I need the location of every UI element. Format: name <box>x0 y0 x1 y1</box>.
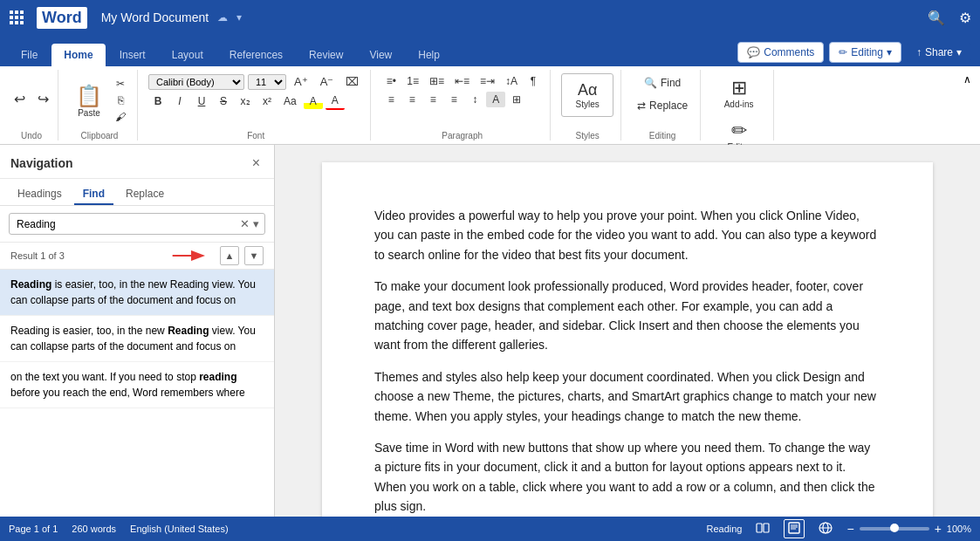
multilevel-button[interactable]: ⊞≡ <box>425 73 449 89</box>
addins-button[interactable]: ⊞ Add-ins <box>717 73 761 113</box>
search-box-wrap: ✕ ▾ <box>9 213 265 235</box>
svg-rect-11 <box>764 524 769 532</box>
font-color-button[interactable]: A <box>326 92 345 110</box>
search-icon[interactable]: 🔍 <box>928 10 945 26</box>
paste-button[interactable]: 📋 Paste <box>69 80 109 121</box>
align-right-button[interactable]: ≡ <box>423 92 442 107</box>
search-dropdown-button[interactable]: ▾ <box>251 216 261 232</box>
prev-result-button[interactable]: ▲ <box>220 246 239 265</box>
superscript-button[interactable]: x² <box>257 93 277 109</box>
tab-help[interactable]: Help <box>406 44 452 66</box>
app-grid-icon[interactable] <box>9 10 24 25</box>
tab-references[interactable]: References <box>217 44 295 66</box>
tab-insert[interactable]: Insert <box>107 44 158 66</box>
subscript-button[interactable]: x₂ <box>236 93 255 109</box>
result-item[interactable]: Reading is easier, too, in the new Readi… <box>0 270 274 316</box>
styles-button[interactable]: Aα Styles <box>561 73 613 117</box>
paragraph-2: To make your document look professionall… <box>374 277 881 355</box>
sort-button[interactable]: ↕A <box>501 73 522 89</box>
find-label: Find <box>661 77 681 89</box>
editing-button[interactable]: ✏ Editing ▾ <box>829 42 901 63</box>
borders-button[interactable]: ⊞ <box>507 92 526 107</box>
copy-button[interactable]: ⎘ <box>111 92 130 108</box>
line-spacing-button[interactable]: ↕ <box>465 92 484 107</box>
font-family-select[interactable]: Calibri (Body) <box>148 74 244 90</box>
svg-rect-4 <box>15 16 18 19</box>
decrease-indent-button[interactable]: ⇤≡ <box>450 73 474 89</box>
shading-button[interactable]: A <box>486 92 505 107</box>
undo-icon: ↩ <box>14 91 25 107</box>
page-info[interactable]: Page 1 of 1 <box>9 524 58 534</box>
bullets-button[interactable]: ≡• <box>381 73 401 89</box>
view-web-button[interactable] <box>815 520 836 538</box>
font-size-select[interactable]: 11 12 14 <box>248 74 286 90</box>
find-button[interactable]: 🔍 Find <box>639 73 686 92</box>
highlight-button[interactable]: A <box>304 93 323 109</box>
settings-icon[interactable]: ⚙ <box>959 10 971 26</box>
format-painter-button[interactable]: 🖌 <box>111 109 130 125</box>
increase-indent-button[interactable]: ≡⇥ <box>476 73 499 89</box>
search-clear-button[interactable]: ✕ <box>238 216 251 232</box>
justify-button[interactable]: ≡ <box>444 92 463 107</box>
paragraph-4: Save time in Word with new buttons that … <box>374 438 881 517</box>
zoom-area: − + 100% <box>846 522 971 536</box>
redo-button[interactable]: ↪ <box>32 88 54 110</box>
results-list: Reading is easier, too, in the new Readi… <box>0 270 274 517</box>
result-bar: Result 1 of 3 ▲ ▼ <box>0 243 274 270</box>
numbering-button[interactable]: 1≡ <box>402 73 423 89</box>
svg-rect-1 <box>15 10 18 14</box>
view-read-button[interactable] <box>752 520 773 538</box>
zoom-slider[interactable] <box>860 527 929 531</box>
font-group-label: Font <box>148 129 363 140</box>
tab-file[interactable]: File <box>9 44 50 66</box>
tab-view[interactable]: View <box>357 44 404 66</box>
nav-tab-replace[interactable]: Replace <box>117 184 173 205</box>
replace-button[interactable]: ⇄ Replace <box>632 96 693 115</box>
search-input[interactable] <box>13 216 238 232</box>
align-left-button[interactable]: ≡ <box>381 92 401 107</box>
word-count[interactable]: 260 words <box>72 524 116 534</box>
svg-rect-0 <box>10 10 13 14</box>
italic-button[interactable]: I <box>170 93 189 109</box>
language-status[interactable]: English (United States) <box>130 524 229 534</box>
text-case-button[interactable]: Aa <box>279 93 301 109</box>
navigation-pane: Navigation × Headings Find Replace ✕ ▾ R… <box>0 145 275 517</box>
undo-group-label: Undo <box>9 129 54 140</box>
zoom-thumb[interactable] <box>890 524 899 532</box>
tab-layout[interactable]: Layout <box>160 44 216 66</box>
align-center-button[interactable]: ≡ <box>402 92 421 107</box>
tab-home[interactable]: Home <box>51 44 105 66</box>
nav-close-button[interactable]: × <box>249 154 264 173</box>
decrease-font-button[interactable]: A⁻ <box>316 73 339 90</box>
tab-review[interactable]: Review <box>297 44 355 66</box>
addins-group: ⊞ Add-ins ✏ Editor ✦ Designer Add-ins <box>704 70 774 140</box>
result-highlight-1: Reading <box>10 278 51 291</box>
find-icon: 🔍 <box>644 77 657 89</box>
nav-tab-headings[interactable]: Headings <box>9 184 71 205</box>
strikethrough-button[interactable]: S <box>214 93 233 109</box>
increase-font-button[interactable]: A⁺ <box>290 73 312 90</box>
result-suffix-3: before you reach the end, Word remembers… <box>10 387 245 399</box>
view-print-button[interactable] <box>784 519 805 538</box>
bold-button[interactable]: B <box>148 93 168 109</box>
comments-button[interactable]: 💬 Comments <box>737 42 824 63</box>
document-area[interactable]: Video provides a powerful way to help yo… <box>275 145 980 517</box>
collapse-ribbon-button[interactable]: ∧ <box>963 73 971 86</box>
underline-button[interactable]: U <box>192 93 211 109</box>
replace-icon: ⇄ <box>637 99 646 112</box>
show-hide-button[interactable]: ¶ <box>524 73 543 89</box>
cut-button[interactable]: ✂ <box>111 76 130 92</box>
result-item[interactable]: Reading is easier, too, in the new Readi… <box>0 316 274 362</box>
svg-rect-8 <box>20 21 24 24</box>
zoom-percent[interactable]: 100% <box>947 524 971 534</box>
share-button[interactable]: ↑ Share ▾ <box>907 42 971 63</box>
next-result-button[interactable]: ▼ <box>244 246 264 265</box>
comments-label: Comments <box>764 46 814 58</box>
undo-button[interactable]: ↩ <box>9 88 31 110</box>
zoom-in-button[interactable]: + <box>935 522 942 536</box>
svg-rect-10 <box>757 524 762 532</box>
zoom-out-button[interactable]: − <box>846 522 853 536</box>
nav-tab-find[interactable]: Find <box>74 184 113 205</box>
clear-format-button[interactable]: ⌧ <box>341 73 363 90</box>
result-item[interactable]: on the text you want. If you need to sto… <box>0 362 274 408</box>
